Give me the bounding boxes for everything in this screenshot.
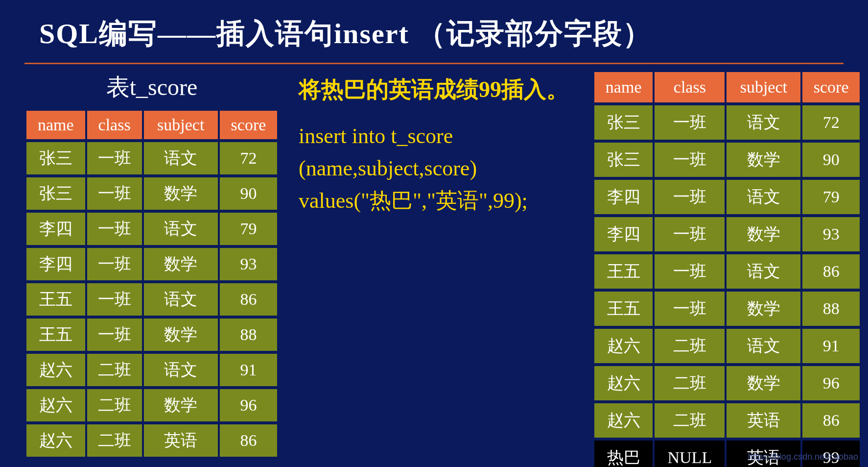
cell-class: 二班: [655, 366, 725, 400]
table-row: 王五一班数学88: [594, 292, 860, 326]
cell-score: 72: [802, 105, 860, 140]
cell-subject: 数学: [727, 292, 800, 326]
col-score: score: [220, 111, 277, 139]
cell-subject: 英语: [144, 424, 218, 457]
cell-name: 张三: [594, 143, 653, 177]
cell-name: 赵六: [594, 366, 653, 400]
cell-score: 86: [220, 424, 277, 457]
cell-class: 二班: [87, 354, 142, 386]
table-row: 王五一班语文86: [594, 254, 860, 289]
table-row: 李四一班数学93: [26, 248, 277, 280]
cell-class: 一班: [87, 283, 142, 316]
table-header-row: name class subject score: [594, 72, 860, 102]
cell-score: 86: [220, 283, 277, 316]
cell-score: 88: [802, 292, 860, 326]
cell-class: 一班: [655, 143, 725, 177]
cell-score: 90: [802, 143, 860, 177]
cell-subject: 语文: [144, 354, 218, 386]
right-column: name class subject score 张三一班语文72张三一班数学9…: [592, 69, 862, 467]
cell-score: 96: [802, 366, 860, 400]
cell-subject: 数学: [144, 389, 218, 421]
cell-class: 一班: [655, 292, 725, 326]
cell-score: 79: [220, 213, 277, 245]
cell-score: 79: [802, 180, 860, 214]
cell-score: 72: [220, 142, 277, 174]
task-prompt: 将热巴的英语成绩99插入。: [299, 74, 573, 105]
cell-class: 二班: [87, 389, 142, 421]
cell-class: NULL: [655, 441, 725, 467]
cell-class: 一班: [87, 319, 142, 351]
cell-class: 一班: [655, 105, 725, 140]
cell-class: 一班: [655, 180, 725, 214]
table-row: 张三一班数学90: [26, 177, 277, 210]
table-row: 赵六二班语文91: [594, 329, 860, 363]
col-subject: subject: [144, 111, 218, 139]
right-table: name class subject score 张三一班语文72张三一班数学9…: [592, 69, 862, 467]
cell-name: 王五: [26, 283, 85, 316]
title-divider: [24, 63, 844, 64]
cell-subject: 数学: [727, 366, 800, 400]
table-row: 赵六二班数学96: [26, 389, 277, 421]
cell-subject: 语文: [144, 213, 218, 245]
cell-name: 王五: [594, 254, 653, 289]
cell-class: 一班: [655, 254, 725, 289]
col-class: class: [87, 111, 142, 139]
cell-subject: 语文: [144, 283, 218, 316]
middle-column: 将热巴的英语成绩99插入。 insert into t_score (name,…: [299, 69, 573, 217]
col-name: name: [594, 72, 653, 102]
cell-class: 二班: [655, 403, 725, 438]
cell-name: 赵六: [26, 424, 85, 457]
table-row: 张三一班语文72: [594, 105, 860, 140]
table-row: 李四一班语文79: [594, 180, 860, 214]
main-layout: 表t_score name class subject score 张三一班语文…: [24, 69, 844, 467]
cell-score: 96: [220, 389, 277, 421]
cell-class: 二班: [87, 424, 142, 457]
left-table-caption: 表t_score: [24, 72, 279, 103]
cell-subject: 语文: [727, 254, 800, 289]
cell-score: 93: [220, 248, 277, 280]
cell-score: 86: [802, 403, 860, 438]
cell-score: 93: [802, 217, 860, 251]
left-table: name class subject score 张三一班语文72张三一班数学9…: [24, 108, 279, 460]
cell-score: 86: [802, 254, 860, 289]
cell-score: 91: [220, 354, 277, 386]
cell-name: 赵六: [594, 403, 653, 438]
page-title: SQL编写——插入语句insert （记录部分字段）: [39, 15, 844, 53]
watermark: https://blog.csdn.net/caobao: [748, 452, 858, 462]
cell-class: 一班: [655, 217, 725, 251]
cell-subject: 数学: [144, 319, 218, 351]
cell-score: 90: [220, 177, 277, 210]
table-row: 赵六二班英语86: [26, 424, 277, 457]
cell-name: 热巴: [594, 441, 653, 467]
cell-class: 一班: [87, 142, 142, 174]
cell-name: 李四: [594, 217, 653, 251]
cell-subject: 数学: [727, 143, 800, 177]
cell-class: 一班: [87, 248, 142, 280]
cell-subject: 英语: [727, 403, 800, 438]
cell-subject: 语文: [727, 180, 800, 214]
cell-name: 张三: [26, 177, 85, 210]
left-column: 表t_score name class subject score 张三一班语文…: [24, 69, 279, 460]
table-header-row: name class subject score: [26, 111, 277, 139]
cell-name: 赵六: [26, 389, 85, 421]
table-row: 李四一班语文79: [26, 213, 277, 245]
cell-name: 王五: [26, 319, 85, 351]
cell-subject: 语文: [727, 329, 800, 363]
col-subject: subject: [727, 72, 800, 102]
table-row: 赵六二班语文91: [26, 354, 277, 386]
cell-class: 一班: [87, 213, 142, 245]
table-row: 王五一班数学88: [26, 319, 277, 351]
table-row: 王五一班语文86: [26, 283, 277, 316]
cell-score: 91: [802, 329, 860, 363]
cell-name: 李四: [26, 248, 85, 280]
cell-subject: 数学: [144, 177, 218, 210]
table-row: 李四一班数学93: [594, 217, 860, 251]
col-name: name: [26, 111, 85, 139]
cell-score: 88: [220, 319, 277, 351]
cell-name: 赵六: [26, 354, 85, 386]
cell-name: 赵六: [594, 329, 653, 363]
cell-name: 李四: [26, 213, 85, 245]
cell-subject: 语文: [144, 142, 218, 174]
table-row: 张三一班数学90: [594, 143, 860, 177]
col-score: score: [802, 72, 860, 102]
